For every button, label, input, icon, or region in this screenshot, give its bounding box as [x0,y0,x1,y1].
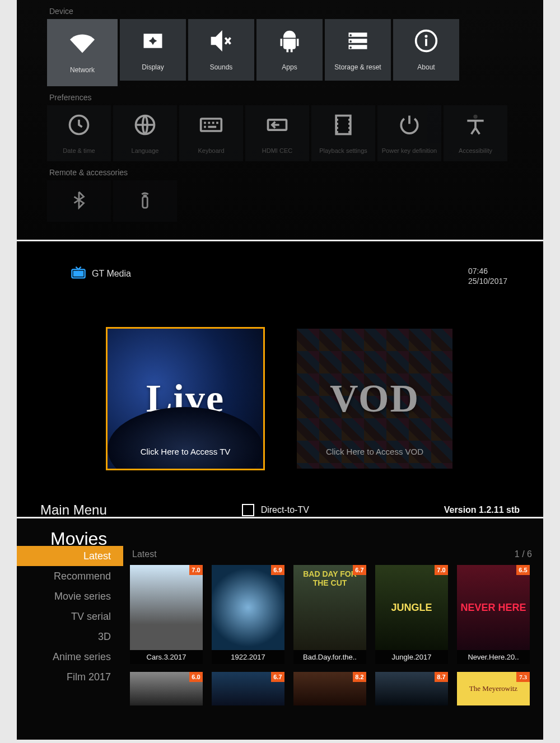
clock-icon [67,113,91,139]
vod-caption: Click Here to Access VOD [326,447,423,469]
tile-bluetooth[interactable] [47,180,111,222]
sidebar-item-anime-series[interactable]: Anime series [17,647,123,667]
poster-art: 6.7 [212,672,284,705]
remote-row [21,180,539,222]
checkbox-icon [242,504,254,516]
tile-network[interactable]: Network [47,19,118,86]
sound-mute-icon [209,29,234,55]
movies-screen: Movies LatestRecommendMovie seriesTV ser… [17,518,543,740]
rating-badge: 6.7 [353,565,366,575]
gtmedia-tiles: Live Click Here to Access TV VOD Click H… [39,329,521,469]
tile-about[interactable]: About [393,19,459,81]
sidebar-item-recommend[interactable]: Recommend [17,566,123,586]
gtmedia-screen: GT Media 07:46 25/10/2017 Live Click Her… [17,241,543,517]
rating-badge: 7.3 [516,672,530,682]
tile-keyboard[interactable]: Keyboard [179,105,243,161]
poster-name: 1922.2017 [212,650,284,664]
clock-date: 25/10/2017 [468,276,507,286]
poster-art: BAD DAY FOR THE CUT6.7 [293,565,366,650]
tile-apps[interactable]: Apps [256,19,323,81]
tile-powerkey[interactable]: Power key definition [377,105,441,161]
poster-name: Bad.Day.for.the.. [293,650,366,664]
android-icon [277,29,302,55]
tile-label: Storage & reset [334,63,381,71]
section-preferences-title: Preferences [21,86,539,105]
tile-label: Apps [282,63,297,71]
keyboard-icon [199,113,223,139]
movie-poster[interactable]: 8.2 [293,672,366,705]
tile-label: Sounds [210,63,233,71]
rating-badge: 6.7 [271,672,284,682]
globe-icon [133,113,157,139]
gtmedia-header: GT Media 07:46 25/10/2017 [39,255,521,286]
movie-poster[interactable]: BAD DAY FOR THE CUT6.7Bad.Day.for.the.. [293,565,366,664]
poster-art: JUNGLE7.0 [375,565,448,650]
rating-badge: 8.7 [435,672,448,682]
tile-datetime[interactable]: Date & time [47,105,111,161]
section-remote-title: Remote & accessories [21,161,539,180]
rating-badge: 8.2 [353,672,366,682]
direct-tv-checkbox[interactable]: Direct-to-TV [242,504,309,516]
poster-art: 8.2 [293,672,366,705]
svg-rect-5 [201,119,222,131]
svg-rect-11 [73,271,84,277]
device-row: Network Display Sounds Apps Storage & re [21,19,539,86]
movies-sidebar: LatestRecommendMovie seriesTV serial3DAn… [17,546,123,705]
sidebar-item-latest[interactable]: Latest [17,546,123,566]
tile-label: Date & time [63,147,95,154]
tile-language[interactable]: Language [113,105,177,161]
tile-storage[interactable]: Storage & reset [325,19,391,81]
tile-playback[interactable]: Playback settings [311,105,375,161]
accessibility-icon [463,113,488,139]
movie-poster[interactable]: 6.7 [212,672,284,705]
vod-tile[interactable]: VOD Click Here to Access VOD [297,329,452,469]
tile-sounds[interactable]: Sounds [188,19,254,81]
direct-tv-label: Direct-to-TV [261,505,309,515]
live-tile[interactable]: Live Click Here to Access TV [108,329,263,469]
poster-art: The Meyerowitz7.3 [457,672,530,705]
tile-accessibility[interactable]: Accessibility [444,105,507,161]
sidebar-item-film-2017[interactable]: Film 2017 [17,667,123,687]
rating-badge: 6.9 [271,565,284,575]
tile-hdmicec[interactable]: HDMI CEC [245,105,309,161]
poster-name: Jungle.2017 [375,650,448,664]
brand: GT Media [71,266,131,282]
movie-poster[interactable]: 7.0Cars.3.2017 [130,565,203,664]
tile-remote[interactable] [113,180,177,222]
poster-name: Never.Here.20.. [457,650,530,664]
svg-rect-9 [143,197,148,208]
movies-subtitle: Latest [132,549,157,559]
power-icon [397,113,422,139]
sidebar-item-3d[interactable]: 3D [17,627,123,647]
tv-icon [71,266,86,282]
version-label: Version 1.2.11 stb [444,505,520,515]
sidebar-item-tv-serial[interactable]: TV serial [17,606,123,627]
rating-badge: 6.5 [516,565,530,575]
storage-icon [346,29,370,55]
live-caption: Click Here to Access TV [141,447,231,469]
tile-display[interactable]: Display [120,19,186,81]
movie-poster[interactable]: 6.91922.2017 [212,565,284,664]
clock: 07:46 25/10/2017 [468,266,507,286]
rating-badge: 7.0 [435,565,448,575]
svg-point-1 [424,35,427,38]
gtmedia-footer: Main Menu Direct-to-TV Version 1.2.11 st… [39,502,521,517]
rating-badge: 6.0 [189,672,203,682]
tile-label: Keyboard [198,147,224,154]
preferences-row: Date & time Language Keyboard HDMI CEC P… [21,105,539,161]
movie-poster[interactable]: JUNGLE7.0Jungle.2017 [375,565,448,664]
poster-art: 7.0 [130,565,203,650]
movie-poster[interactable]: 6.0 [130,672,203,705]
hdmi-icon [265,113,290,139]
movie-poster[interactable]: The Meyerowitz7.3 [457,672,530,705]
movie-poster[interactable]: 8.7 [375,672,448,705]
film-icon [331,113,356,139]
display-icon [141,29,165,55]
sidebar-item-movie-series[interactable]: Movie series [17,586,123,606]
rating-badge: 7.0 [189,565,203,575]
movies-row-2: 6.06.78.28.7The Meyerowitz7.3 [130,672,538,705]
wifi-icon [70,31,95,58]
movies-main: Latest 1 / 6 7.0Cars.3.20176.91922.2017B… [130,549,543,705]
movie-poster[interactable]: NEVER HERE6.5Never.Here.20.. [457,565,530,664]
settings-screen: Device Network Display Sounds Apps [17,0,543,240]
